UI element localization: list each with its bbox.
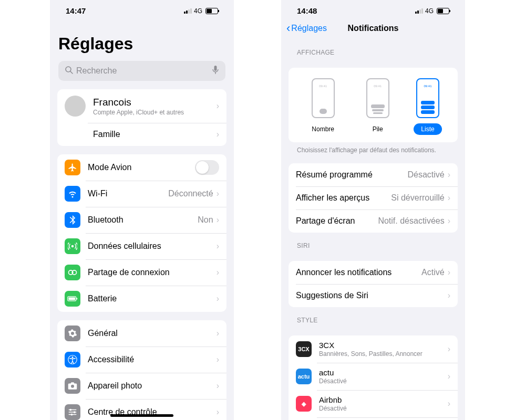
search-icon (65, 66, 73, 76)
notifications-screen: 14:48 4G ‹ Réglages Notifications AFFICH… (281, 0, 465, 420)
app-sublabel: Bannières, Sons, Pastilles, Annoncer (319, 350, 448, 358)
battery-icon (205, 8, 218, 14)
camera-icon (65, 378, 80, 394)
status-bar: 14:47 4G (50, 0, 234, 19)
chevron-right-icon: › (217, 215, 219, 225)
item-label: Wi-Fi (88, 189, 168, 198)
item-label: Bluetooth (88, 215, 198, 225)
item-label: Afficher les aperçus (296, 193, 391, 203)
list-item[interactable]: Batterie› (57, 286, 226, 312)
app-icon: ◈ (296, 396, 312, 412)
list-item[interactable]: Mode Avion (57, 154, 226, 181)
display-option-nombre[interactable]: 09:41 Nombre (304, 78, 342, 135)
list-item[interactable]: Appareil photo› (57, 373, 226, 399)
chevron-right-icon: › (448, 170, 450, 180)
display-footer: Choisissez l'affichage par défaut des no… (281, 142, 465, 155)
item-value: Notif. désactivées (378, 216, 444, 226)
app-label: actu (319, 368, 448, 377)
svg-point-12 (71, 385, 74, 388)
nav-title: Notifications (348, 24, 399, 33)
item-value: Activé (421, 268, 445, 277)
app-icon: actu (296, 369, 312, 384)
search-input[interactable] (76, 66, 209, 76)
list-item[interactable]: Centre de contrôle› (57, 399, 226, 420)
item-label: Mode Avion (88, 163, 195, 172)
back-label: Réglages (291, 24, 327, 33)
app-sublabel: Désactivé (319, 405, 448, 412)
apps-group: 3CX3CXBannières, Sons, Pastilles, Annonc… (289, 335, 458, 420)
chevron-right-icon: › (448, 399, 450, 408)
svg-point-4 (71, 245, 74, 248)
list-item[interactable]: Données cellulaires› (57, 233, 226, 259)
chevron-right-icon: › (448, 216, 450, 226)
svg-rect-2 (214, 66, 217, 71)
section-display: AFFICHAGE (281, 39, 465, 59)
list-item[interactable]: Partage d'écranNotif. désactivées› (289, 209, 458, 233)
app-row[interactable]: ◈AirbnbDésactivé› (289, 390, 458, 417)
chevron-right-icon: › (217, 130, 219, 139)
app-sublabel: Désactivé (319, 377, 448, 385)
chevron-right-icon: › (217, 329, 219, 338)
item-value: Déconnecté (168, 189, 213, 198)
toggle[interactable] (195, 160, 219, 175)
app-row[interactable]: actuactuDésactivé› (289, 363, 458, 390)
list-item[interactable]: Partage de connexion› (57, 259, 226, 286)
app-label: Airbnb (319, 395, 448, 404)
list-item[interactable]: Annoncer les notificationsActivé› (289, 261, 458, 284)
chevron-right-icon: › (217, 407, 219, 417)
display-option-pile[interactable]: 09:41 Pile (365, 78, 390, 135)
app-icon: 3CX (296, 341, 312, 357)
display-picker-group: 09:41 Nombre 09:41 Pile 09:41 Liste (289, 68, 458, 142)
network-label: 4G (425, 7, 434, 15)
bluetooth-icon (65, 212, 80, 228)
profile-detail: Compte Apple, iCloud+ et autres (93, 109, 217, 116)
display-option-liste[interactable]: 09:41 Liste (414, 78, 441, 135)
nav-bar: ‹ Réglages Notifications (281, 19, 465, 39)
list-item[interactable]: Général› (57, 320, 226, 346)
app-label: 3CX (319, 341, 448, 350)
wifi-icon (65, 186, 80, 202)
airplane-icon (65, 160, 80, 175)
svg-point-18 (71, 414, 73, 416)
home-indicator (110, 414, 173, 417)
battery-icon (65, 291, 80, 307)
preview-liste: 09:41 (416, 78, 439, 118)
chevron-left-icon: ‹ (286, 23, 290, 34)
section-siri: SIRI (281, 233, 465, 253)
chevron-right-icon: › (217, 355, 219, 364)
settings-screen: 14:47 4G Réglages Francois Compte Apple,… (50, 0, 234, 420)
back-button[interactable]: ‹ Réglages (286, 23, 327, 34)
notif-settings-group: Résumé programméDésactivé›Afficher les a… (289, 163, 458, 233)
search-bar[interactable] (58, 61, 225, 81)
option-label: Pile (365, 123, 390, 135)
chevron-right-icon: › (448, 344, 450, 354)
preview-nombre: 09:41 (312, 78, 335, 118)
chevron-right-icon: › (217, 268, 219, 277)
preview-pile: 09:41 (366, 78, 389, 118)
list-item[interactable]: Suggestions de Siri› (289, 284, 458, 307)
item-label: Suggestions de Siri (296, 291, 448, 300)
item-label: Accessibilité (88, 355, 217, 364)
item-label: Partage d'écran (296, 216, 378, 226)
battery-icon (437, 8, 449, 14)
app-row[interactable]: ⌣Amazon› (289, 417, 458, 420)
svg-point-16 (69, 409, 71, 411)
list-item[interactable]: Afficher les aperçusSi déverrouillé› (289, 186, 458, 209)
section-style: STYLE (281, 307, 465, 327)
status-icons: 4G (184, 7, 218, 15)
profile-row[interactable]: Francois Compte Apple, iCloud+ et autres… (57, 89, 226, 123)
mic-icon[interactable] (212, 65, 219, 77)
status-time: 14:48 (297, 6, 317, 15)
status-bar: 14:48 4G (281, 0, 465, 19)
profile-name: Francois (93, 97, 217, 108)
status-time: 14:47 (66, 6, 86, 15)
siri-group: Annoncer les notificationsActivé›Suggest… (289, 261, 458, 307)
list-item[interactable]: BluetoothNon› (57, 207, 226, 233)
list-item[interactable]: Wi-FiDéconnecté› (57, 181, 226, 207)
app-row[interactable]: 3CX3CXBannières, Sons, Pastilles, Annonc… (289, 335, 458, 363)
option-label: Liste (414, 123, 441, 135)
list-item[interactable]: Accessibilité› (57, 346, 226, 373)
family-row[interactable]: Famille › (57, 123, 226, 146)
signal-icon (415, 8, 423, 14)
list-item[interactable]: Résumé programméDésactivé› (289, 163, 458, 186)
